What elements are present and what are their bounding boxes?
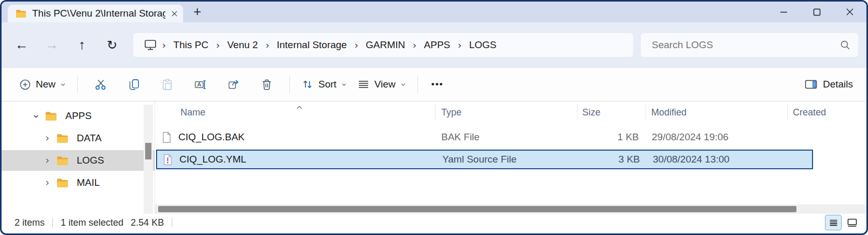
new-button[interactable]: New xyxy=(14,75,71,95)
navigation-pane: APPS DATA LOGS MAIL xyxy=(2,101,155,214)
clipboard-icon xyxy=(161,78,174,91)
thumbnail-view-toggle[interactable] xyxy=(844,215,860,230)
status-separator xyxy=(52,218,53,227)
share-button[interactable] xyxy=(217,72,250,97)
file-size: 3 KB xyxy=(579,154,647,165)
plus-circle-icon xyxy=(19,79,31,91)
forward-button: → xyxy=(37,33,67,57)
close-button[interactable] xyxy=(833,2,866,22)
chevron-right-icon: › xyxy=(264,39,270,51)
selection-count: 1 item selected xyxy=(61,217,123,228)
horizontal-scrollbar[interactable] xyxy=(155,204,866,214)
file-type: Yaml Source File xyxy=(437,154,579,165)
tree-item-label: DATA xyxy=(77,133,102,144)
view-button[interactable]: View xyxy=(352,74,411,95)
search-input[interactable] xyxy=(651,39,839,51)
chevron-down-icon[interactable] xyxy=(32,112,40,120)
copy-button[interactable] xyxy=(117,72,150,97)
this-pc-icon[interactable] xyxy=(137,39,161,51)
breadcrumb-item-logs[interactable]: LOGS xyxy=(463,37,503,53)
file-list-pane: Name Type Size Modified Created CIQ_LOG.… xyxy=(155,101,866,214)
tree-item-data[interactable]: DATA xyxy=(2,128,155,149)
file-modified: 30/08/2024 13:00 xyxy=(647,154,789,165)
rename-button[interactable]: A xyxy=(184,72,217,97)
status-bar: 2 items 1 item selected 2.54 KB xyxy=(2,214,866,231)
search-icon[interactable] xyxy=(839,39,851,51)
column-header-type[interactable]: Type xyxy=(436,101,578,123)
more-options-button[interactable]: ••• xyxy=(424,79,451,90)
new-tab-button[interactable]: + xyxy=(193,5,201,18)
chevron-right-icon: › xyxy=(161,39,166,51)
file-row-ciq-log-yml[interactable]: CIQ_LOG.YML Yaml Source File 3 KB 30/08/… xyxy=(156,150,813,169)
file-size: 1 KB xyxy=(578,131,646,143)
horizontal-scrollbar-thumb[interactable] xyxy=(158,206,796,212)
chevron-right-icon[interactable] xyxy=(43,179,51,187)
search-box xyxy=(641,33,858,57)
view-button-label: View xyxy=(374,79,396,90)
thumbnail-view-icon xyxy=(847,218,857,227)
chevron-down-icon xyxy=(400,82,406,87)
breadcrumb-item-this-pc[interactable]: This PC xyxy=(166,37,215,53)
column-header-created[interactable]: Created xyxy=(788,101,866,123)
tree-item-label: LOGS xyxy=(77,155,104,166)
sort-button[interactable]: Sort xyxy=(296,74,352,95)
column-header-size[interactable]: Size xyxy=(578,101,646,123)
svg-text:A: A xyxy=(197,81,201,87)
details-pane-button[interactable]: Details xyxy=(804,79,853,90)
file-rows: CIQ_LOG.BAK BAK File 1 KB 29/08/2024 19:… xyxy=(155,128,866,169)
column-header-modified[interactable]: Modified xyxy=(646,101,788,123)
folder-icon xyxy=(57,178,68,188)
minimize-button[interactable] xyxy=(767,2,800,22)
file-name: CIQ_LOG.YML xyxy=(179,154,246,165)
chevron-right-icon: › xyxy=(412,39,417,51)
details-view-toggle[interactable] xyxy=(825,215,842,230)
up-button[interactable]: ↑ xyxy=(67,33,97,57)
copy-icon xyxy=(128,78,141,91)
chevron-right-icon: › xyxy=(457,39,462,51)
navigation-bar: ← → ↑ ↻ › This PC › Venu 2 › Internal St… xyxy=(2,22,866,68)
toolbar-separator xyxy=(77,76,78,93)
chevron-right-icon[interactable] xyxy=(43,135,51,142)
content-area: APPS DATA LOGS MAIL xyxy=(2,101,866,214)
tree-item-mail[interactable]: MAIL xyxy=(2,172,155,193)
breadcrumb-item-internal-storage[interactable]: Internal Storage xyxy=(270,37,354,53)
folder-icon xyxy=(45,111,57,121)
tree-item-logs[interactable]: LOGS xyxy=(2,150,155,171)
folder-icon xyxy=(57,156,68,166)
file-name: CIQ_LOG.BAK xyxy=(178,131,245,143)
breadcrumb-item-venu-2[interactable]: Venu 2 xyxy=(220,37,264,53)
file-row-ciq-log-bak[interactable]: CIQ_LOG.BAK BAK File 1 KB 29/08/2024 19:… xyxy=(156,128,813,146)
cut-button[interactable] xyxy=(84,72,117,97)
breadcrumb-item-apps[interactable]: APPS xyxy=(417,37,457,53)
column-header-name[interactable]: Name xyxy=(155,101,436,123)
sidebar-scrollbar[interactable] xyxy=(144,105,153,214)
sidebar-scrollbar-thumb[interactable] xyxy=(145,143,151,159)
back-button[interactable]: ← xyxy=(7,33,37,57)
column-headers: Name Type Size Modified Created xyxy=(155,101,866,123)
details-view-icon xyxy=(829,219,838,227)
details-pane-label: Details xyxy=(823,79,853,90)
tab-bar: This PC\Venu 2\Internal Storag + xyxy=(2,2,866,22)
refresh-button[interactable]: ↻ xyxy=(97,33,127,57)
tab-close-icon[interactable] xyxy=(171,10,178,17)
chevron-right-icon[interactable] xyxy=(43,157,51,165)
tree-item-apps[interactable]: APPS xyxy=(2,106,155,126)
maximize-button[interactable] xyxy=(800,2,833,22)
sort-button-label: Sort xyxy=(318,79,337,90)
selection-size: 2.54 KB xyxy=(131,217,164,228)
yaml-file-icon xyxy=(163,154,173,166)
chevron-right-icon: › xyxy=(354,39,359,51)
chevron-down-icon xyxy=(341,82,347,87)
toolbar-separator xyxy=(417,76,418,93)
explorer-tab[interactable]: This PC\Venu 2\Internal Storag xyxy=(8,5,183,22)
items-count: 2 items xyxy=(15,217,45,228)
details-pane-icon xyxy=(804,79,818,90)
toolbar-separator xyxy=(289,76,290,93)
delete-button[interactable] xyxy=(250,72,283,97)
new-button-label: New xyxy=(36,79,55,90)
chevron-down-icon xyxy=(60,82,66,87)
tree-item-label: APPS xyxy=(65,110,92,122)
list-lines-icon xyxy=(357,78,370,91)
breadcrumb-item-garmin[interactable]: GARMIN xyxy=(359,37,412,53)
view-toggles xyxy=(825,215,860,230)
